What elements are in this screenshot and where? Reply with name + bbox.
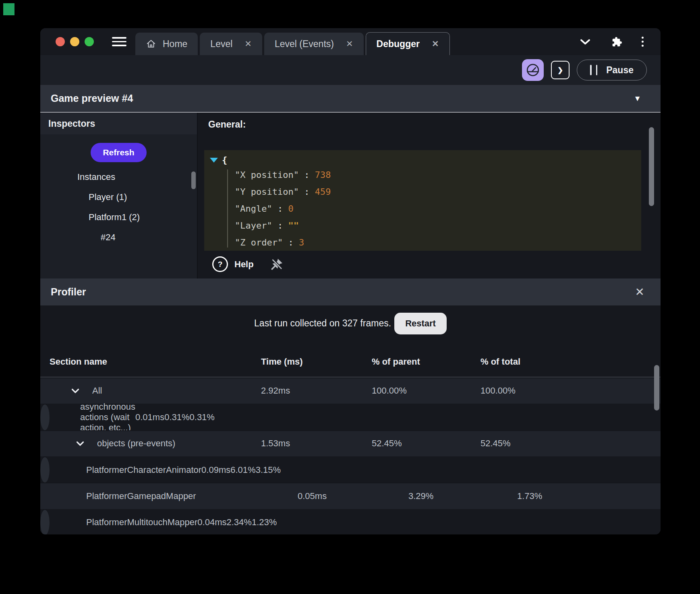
- inspectors-header: Inspectors: [40, 113, 197, 134]
- table-row[interactable]: PlatformerCharacterAnimator 0.09ms 6.01%…: [40, 456, 50, 483]
- section-percent-parent: 52.45%: [372, 438, 480, 449]
- tree-item-instances[interactable]: Instances: [40, 172, 197, 182]
- menu-icon[interactable]: [112, 37, 126, 46]
- debugger-toolbar: ❯ Pause: [40, 55, 661, 85]
- inspectors-tree: Refresh Instances Player (1) Platform1 (…: [40, 134, 197, 243]
- tab-level-events[interactable]: Level (Events) ✕: [264, 33, 364, 55]
- column-section-name: Section name: [50, 357, 261, 367]
- titlebar: Home Level ✕ Level (Events) ✕ Debugger ✕: [40, 28, 661, 55]
- table-row[interactable]: PlatformerMultitouchMapper 0.04ms 2.34% …: [40, 509, 50, 534]
- close-tab-icon[interactable]: ✕: [346, 39, 353, 49]
- tab-home[interactable]: Home: [135, 33, 198, 55]
- open-brace: {: [222, 155, 227, 165]
- help-icon[interactable]: ?: [212, 256, 228, 272]
- collapse-chevron-icon[interactable]: [76, 441, 84, 446]
- table-row[interactable]: All 2.92ms 100.00% 100.00%: [40, 377, 661, 404]
- game-preview-header[interactable]: Game preview #4 ▼: [40, 85, 661, 113]
- gauge-icon: [526, 63, 540, 77]
- profiler-content: Last run collected on 327 frames. Restar…: [40, 305, 661, 534]
- profiler-status-text: Last run collected on 327 frames.: [254, 318, 391, 329]
- section-percent-total: 100.00%: [480, 386, 661, 396]
- tree-item-instance-24[interactable]: #24: [40, 232, 197, 243]
- tab-label: Home: [163, 39, 187, 50]
- tab-label: Level: [210, 39, 232, 50]
- tab-label: Debugger: [377, 39, 420, 50]
- titlebar-actions: [580, 36, 661, 48]
- expand-triangle-icon[interactable]: [210, 158, 218, 163]
- column-percent-parent: % of parent: [372, 357, 480, 367]
- game-preview-title: Game preview #4: [51, 93, 133, 104]
- table-row[interactable]: PlatformerGamepadMapper 0.05ms 3.29% 1.7…: [40, 483, 661, 509]
- profiler-toggle-button[interactable]: [522, 59, 544, 81]
- section-name: All: [92, 386, 102, 396]
- section-percent-parent: 0.31%: [164, 412, 189, 423]
- section-time: 0.01ms: [135, 412, 164, 423]
- pause-label: Pause: [606, 65, 634, 76]
- column-percent-total: % of total: [480, 357, 661, 367]
- tab-label: Level (Events): [275, 39, 334, 50]
- tree-item-player[interactable]: Player (1): [40, 192, 197, 202]
- unpin-icon[interactable]: [269, 257, 284, 272]
- minimize-window-button[interactable]: [70, 37, 79, 46]
- profiler-status-row: Last run collected on 327 frames. Restar…: [40, 312, 661, 335]
- section-percent-total: 1.73%: [517, 491, 661, 501]
- column-time: Time (ms): [261, 357, 372, 367]
- section-time: 2.92ms: [261, 386, 372, 396]
- section-percent-parent: 2.34%: [227, 517, 252, 528]
- table-row[interactable]: asynchronous actions (wait action, etc..…: [40, 404, 50, 430]
- collapse-chevron-icon[interactable]: [71, 388, 79, 394]
- close-window-button[interactable]: [56, 37, 65, 46]
- profiler-title: Profiler: [51, 286, 86, 298]
- close-tab-icon[interactable]: ✕: [244, 39, 252, 49]
- json-line: "Y position" : 459: [235, 184, 641, 200]
- close-tab-icon[interactable]: ✕: [432, 39, 439, 49]
- section-time: 0.04ms: [197, 517, 226, 528]
- profiler-scrollbar[interactable]: [654, 365, 659, 410]
- collapse-caret-icon[interactable]: ▼: [634, 94, 650, 103]
- section-time: 1.53ms: [261, 438, 372, 449]
- tree-item-platform1[interactable]: Platform1 (2): [40, 212, 197, 223]
- profiler-header: Profiler ✕: [40, 278, 661, 305]
- json-line: "X position" : 738: [235, 167, 641, 184]
- section-name: asynchronous actions (wait action, etc..…: [80, 402, 135, 433]
- maximize-window-button[interactable]: [85, 37, 94, 46]
- json-line: "Layer" : "": [235, 217, 641, 234]
- screen: Home Level ✕ Level (Events) ✕ Debugger ✕: [0, 0, 700, 594]
- indent-guide: [227, 169, 228, 248]
- tab-bar: Home Level ✕ Level (Events) ✕ Debugger ✕: [135, 28, 450, 55]
- console-icon: ❯: [557, 66, 563, 74]
- window-controls: [56, 37, 94, 46]
- section-name: PlatformerMultitouchMapper: [86, 517, 197, 528]
- section-percent-parent: 100.00%: [372, 386, 480, 396]
- section-name: objects (pre-events): [97, 438, 175, 449]
- section-time: 0.09ms: [201, 465, 230, 475]
- refresh-button[interactable]: Refresh: [91, 143, 146, 162]
- section-name: PlatformerCharacterAnimator: [86, 465, 201, 475]
- tab-level[interactable]: Level ✕: [200, 33, 262, 55]
- section-percent-total: 3.15%: [256, 465, 281, 475]
- sidebar-scrollbar[interactable]: [191, 171, 196, 189]
- general-title: General:: [198, 113, 661, 130]
- background-artifact: [3, 3, 14, 15]
- pause-button[interactable]: Pause: [577, 60, 647, 80]
- chevron-down-icon[interactable]: [580, 39, 591, 45]
- general-panel: General: { "X position" : 738 "Y positio…: [198, 113, 661, 278]
- pause-icon: [590, 65, 597, 75]
- more-options-icon[interactable]: [642, 37, 644, 47]
- debugger-main: Inspectors Refresh Instances Player (1) …: [40, 113, 661, 278]
- section-time: 0.05ms: [298, 491, 408, 501]
- tab-debugger[interactable]: Debugger ✕: [366, 32, 450, 55]
- json-line: "Angle" : 0: [235, 200, 641, 217]
- help-row: ? Help: [212, 256, 284, 272]
- table-row[interactable]: objects (pre-events) 1.53ms 52.45% 52.45…: [40, 430, 661, 456]
- home-icon: [146, 39, 156, 49]
- profiler-table-header: Section name Time (ms) % of parent % of …: [40, 347, 661, 377]
- close-profiler-icon[interactable]: ✕: [635, 285, 650, 299]
- general-scrollbar[interactable]: [649, 127, 654, 206]
- section-percent-parent: 6.01%: [230, 465, 255, 475]
- restart-button[interactable]: Restart: [394, 313, 447, 334]
- help-label[interactable]: Help: [234, 259, 254, 270]
- console-button[interactable]: ❯: [551, 61, 570, 79]
- app-window: Home Level ✕ Level (Events) ✕ Debugger ✕: [40, 28, 661, 534]
- extensions-icon[interactable]: [610, 36, 622, 48]
